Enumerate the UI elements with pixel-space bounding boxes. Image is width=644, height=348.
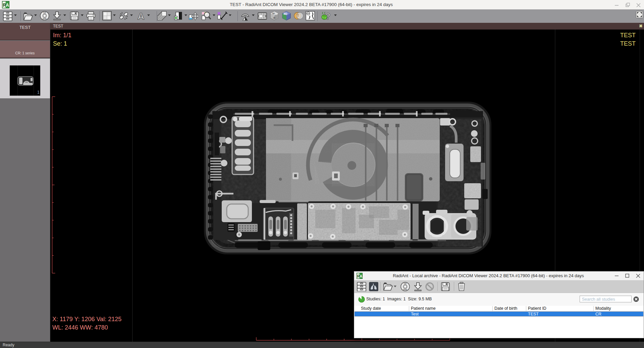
svg-text:R: R [273, 16, 275, 19]
svg-text:?: ? [325, 11, 331, 21]
svg-text:CD: CD [404, 283, 407, 285]
svg-text:CD: CD [43, 12, 46, 14]
svg-text:DVD: DVD [403, 289, 407, 291]
svg-text:M: M [272, 12, 275, 15]
svg-text:1: 1 [37, 90, 40, 95]
svg-text:3D: 3D [283, 12, 287, 15]
svg-text:F: F [296, 13, 299, 18]
svg-text:DVD: DVD [43, 18, 47, 20]
svg-text:A: A [138, 11, 144, 20]
svg-text:P: P [276, 13, 278, 16]
